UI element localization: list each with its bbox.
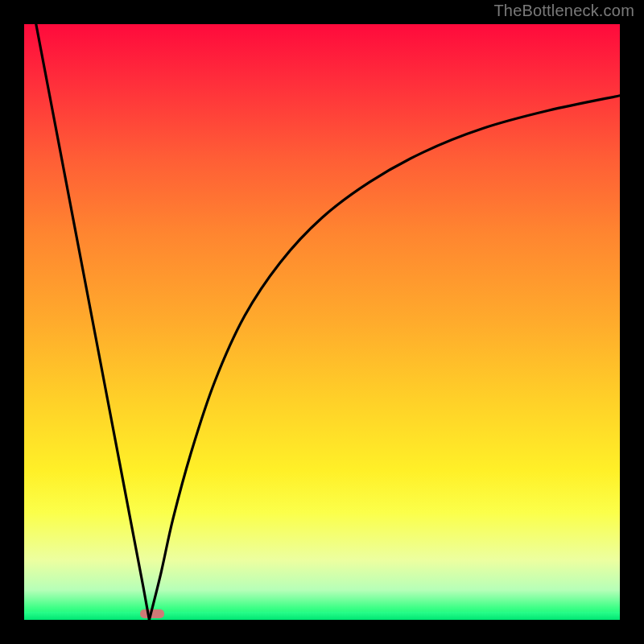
plot-area (24, 24, 620, 620)
chart-frame: TheBottleneck.com (0, 0, 644, 644)
curve-right-branch (149, 96, 620, 620)
watermark-text: TheBottleneck.com (493, 2, 634, 20)
curve-svg (24, 24, 620, 620)
curve-left-branch (36, 24, 150, 620)
